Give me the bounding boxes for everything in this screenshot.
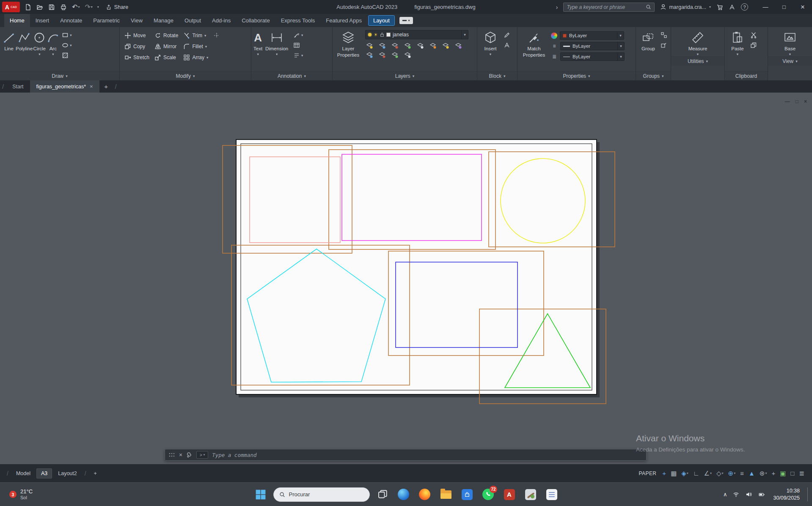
hatch-tool-button[interactable] — [62, 52, 72, 59]
grid-toggle-icon[interactable]: ▦ — [671, 470, 677, 476]
share-button[interactable]: Share — [106, 4, 128, 10]
polyline-button[interactable]: Polyline — [16, 28, 33, 71]
measure-button[interactable]: Measure ▾ — [684, 28, 712, 56]
stretch-button[interactable]: Stretch — [124, 54, 149, 61]
battery-icon[interactable] — [758, 492, 765, 498]
panel-label-draw[interactable]: Draw▾ — [0, 71, 119, 80]
annotation-monitor-icon[interactable]: + — [771, 470, 775, 476]
text-dropdown-caret[interactable]: ▾ — [257, 52, 259, 56]
ribbon-tab-parametric[interactable]: Parametric — [88, 14, 125, 27]
tray-chevron-up-icon[interactable]: ∧ — [723, 491, 727, 498]
layer-tool-icon[interactable] — [403, 51, 412, 59]
line-button[interactable]: Line — [2, 28, 16, 71]
panel-label-groups[interactable]: Groups▾ — [636, 71, 671, 80]
ribbon-tab-collaborate[interactable]: Collaborate — [236, 14, 275, 27]
layer-tool-icon[interactable] — [391, 51, 399, 59]
ribbon-tab-express-tools[interactable]: Express Tools — [275, 14, 321, 27]
store-taskbar-button[interactable] — [459, 486, 476, 503]
layer-tool-icon[interactable] — [403, 42, 412, 49]
chevron-right-icon[interactable]: › — [556, 4, 558, 11]
circle-dropdown-caret[interactable]: ▾ — [39, 52, 40, 56]
file-explorer-button[interactable] — [438, 486, 454, 503]
ribbon-tab-add-ins[interactable]: Add-ins — [206, 14, 236, 27]
new-layout-button[interactable]: + — [90, 469, 101, 478]
taskbar-search-input[interactable]: Procurar — [273, 487, 370, 502]
scale-button[interactable]: Scale — [154, 54, 178, 61]
panel-label-properties[interactable]: Properties▾ — [517, 71, 636, 80]
ungroup-button[interactable] — [661, 32, 667, 38]
polar-toggle-icon[interactable]: ∠▾ — [704, 470, 712, 476]
linetype-dropdown[interactable]: ByLayer ▾ — [560, 52, 625, 61]
isolate-objects-icon[interactable]: □ — [790, 470, 794, 476]
panel-label-layers[interactable]: Layers▾ — [333, 71, 477, 80]
layer-dropdown[interactable]: ☀ janelas ▾ — [365, 30, 468, 39]
group-edit-button[interactable] — [661, 42, 667, 49]
gimp-taskbar-button[interactable] — [522, 486, 539, 503]
viewport-minimize-icon[interactable]: — — [785, 98, 790, 104]
ribbon-tab-insert[interactable]: Insert — [30, 14, 55, 27]
dimension-dropdown-caret[interactable]: ▾ — [276, 52, 278, 56]
help-search-input[interactable]: Type a keyword or phrase — [563, 3, 655, 12]
lineweight-toggle-icon[interactable]: ≡ — [740, 470, 744, 476]
weather-widget[interactable]: 3 21°C Sol — [5, 483, 37, 506]
copy-button[interactable]: Copy — [124, 43, 149, 50]
paste-button[interactable]: Paste ▾ — [727, 28, 748, 71]
save-button[interactable] — [47, 2, 56, 12]
text-button[interactable]: A Text ▾ — [253, 28, 262, 71]
close-button[interactable]: × — [793, 0, 812, 14]
panel-label-clipboard[interactable]: Clipboard — [725, 71, 768, 80]
isodraft-toggle-icon[interactable]: ◇▾ — [716, 470, 724, 476]
arc-button[interactable]: Arc ▾ — [46, 28, 60, 71]
layer-tool-icon[interactable] — [365, 51, 374, 59]
autodesk-app-button[interactable] — [729, 4, 735, 11]
panel-label-utilities[interactable]: Utilities▾ — [671, 56, 724, 66]
volume-icon[interactable] — [745, 491, 752, 498]
panel-label-annotation[interactable]: Annotation▾ — [251, 71, 332, 80]
redo-button[interactable]: ↷▾ — [84, 2, 93, 12]
autocad-taskbar-button[interactable]: A — [501, 486, 518, 503]
trim-button[interactable]: Trim▾ — [183, 32, 208, 39]
table-button[interactable] — [293, 42, 303, 49]
command-options-button[interactable]: > ▾ — [196, 451, 208, 459]
whatsapp-taskbar-button[interactable]: 72 — [480, 486, 497, 503]
command-close-icon[interactable]: × — [179, 452, 182, 458]
ribbon-tab-view[interactable]: View — [125, 14, 148, 27]
file-tab-start[interactable]: Start — [6, 80, 30, 93]
plot-button[interactable] — [59, 2, 68, 12]
task-view-button[interactable] — [374, 486, 391, 503]
colors-icon[interactable] — [551, 33, 557, 39]
taskbar-clock[interactable]: 10:38 30/09/2025 — [773, 487, 800, 501]
modify-extra-button[interactable] — [213, 32, 220, 39]
annotation-visibility-icon[interactable]: ▲ — [749, 470, 755, 476]
copy-clip-button[interactable] — [750, 42, 757, 49]
annotation-more-button[interactable]: ▾ — [293, 52, 303, 59]
layer-properties-button[interactable]: Layer Properties — [335, 28, 362, 71]
open-button[interactable] — [36, 2, 44, 12]
model-tab[interactable]: Model — [12, 469, 35, 478]
wifi-icon[interactable] — [732, 491, 740, 498]
array-button[interactable]: Array▾ — [183, 54, 208, 61]
layout-tab-layout2[interactable]: Layout2 — [54, 469, 81, 478]
autocad-app-menu-button[interactable]: A CAD — [2, 2, 20, 12]
measure-dropdown-caret[interactable]: ▾ — [697, 52, 699, 56]
account-menu[interactable]: margarida.cra... ▾ — [660, 4, 711, 10]
help-button[interactable]: ? — [741, 3, 748, 11]
qat-customize-caret[interactable]: ▾ — [97, 5, 99, 9]
layer-tool-icon[interactable] — [441, 42, 450, 49]
layer-tool-icon[interactable] — [365, 42, 374, 49]
ribbon-tab-annotate[interactable]: Annotate — [55, 14, 88, 27]
start-button[interactable] — [252, 486, 269, 503]
cut-button[interactable] — [750, 32, 757, 38]
graphics-performance-icon[interactable]: ▣ — [780, 470, 786, 476]
panel-label-block[interactable]: Block▾ — [477, 71, 517, 80]
arc-dropdown-caret[interactable]: ▾ — [52, 52, 54, 56]
insert-dropdown-caret[interactable]: ▾ — [490, 52, 491, 56]
layer-tool-icon[interactable] — [391, 42, 399, 49]
base-button[interactable]: Base ▾ — [778, 28, 802, 56]
ribbon-tab-manage[interactable]: Manage — [148, 14, 179, 27]
rectangle-tool-button[interactable]: ▾ — [62, 32, 72, 38]
panel-label-view[interactable]: View▾ — [768, 56, 812, 66]
lineweight-dropdown[interactable]: ByLayer ▾ — [560, 42, 625, 50]
circle-button[interactable]: Circle ▾ — [33, 28, 46, 71]
drawing-area[interactable]: — □ × Ativar o Windows Aceda a Definiçõe… — [0, 93, 812, 464]
